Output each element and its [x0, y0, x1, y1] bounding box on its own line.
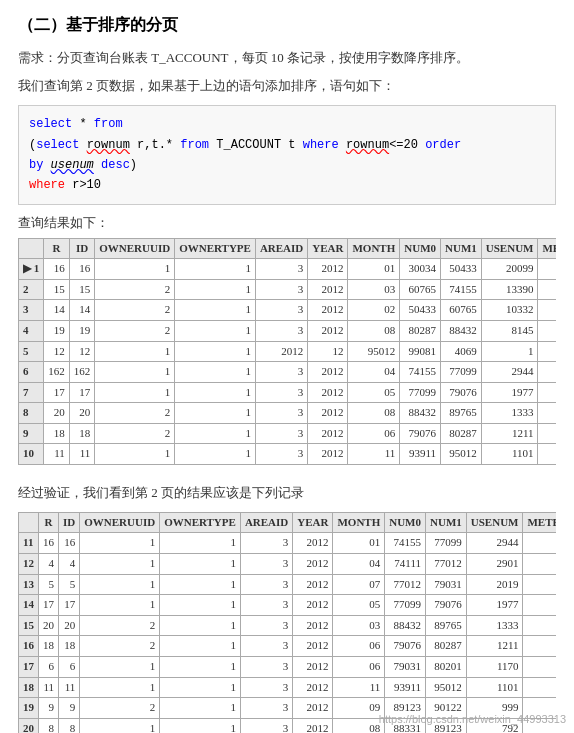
- table-cell: 8: [59, 718, 80, 733]
- table-cell: 1: [95, 362, 175, 383]
- col2-header-rownum: [19, 512, 39, 533]
- table-cell: 3: [240, 595, 292, 616]
- table-cell: 1: [160, 615, 241, 636]
- table-cell: 1101: [481, 444, 538, 465]
- table-cell: 1: [80, 718, 160, 733]
- table-cell: 16: [44, 259, 70, 280]
- col-header-rownum: [19, 238, 44, 259]
- table-cell: 1: [538, 362, 556, 383]
- table-cell: 1: [523, 677, 556, 698]
- table-cell: 2012: [293, 718, 333, 733]
- table-cell: 77099: [400, 382, 441, 403]
- table-cell: 20: [69, 403, 95, 424]
- table-cell: 9: [59, 698, 80, 719]
- table-cell: 2944: [481, 362, 538, 383]
- table-cell: 11: [39, 677, 59, 698]
- table-cell: 1: [175, 341, 256, 362]
- table-cell: 11: [348, 444, 400, 465]
- table-cell: 2: [19, 279, 44, 300]
- code-block-1: select * from (select rownum r,t.* from …: [18, 105, 556, 205]
- table-cell: 88432: [385, 615, 426, 636]
- table-cell: 1: [175, 300, 256, 321]
- table-cell: 1101: [466, 677, 523, 698]
- table-cell: 2: [80, 636, 160, 657]
- table-cell: 77099: [441, 362, 482, 383]
- table-cell: 2012: [308, 403, 348, 424]
- table-cell: 79076: [385, 636, 426, 657]
- table-cell: 74111: [385, 554, 426, 575]
- table-cell: 05: [348, 382, 400, 403]
- table-cell: 9: [19, 423, 44, 444]
- table-cell: 11: [69, 444, 95, 465]
- table-cell: 1: [538, 300, 556, 321]
- table-cell: 03: [333, 615, 385, 636]
- table-cell: 1: [160, 677, 241, 698]
- table-cell: 80287: [441, 423, 482, 444]
- table-cell: 15: [44, 279, 70, 300]
- table-cell: 1: [175, 362, 256, 383]
- table-cell: 2012: [308, 444, 348, 465]
- table-cell: 16: [39, 533, 59, 554]
- table-cell: 18: [19, 677, 39, 698]
- table-cell: 162: [69, 362, 95, 383]
- table-cell: 88432: [400, 403, 441, 424]
- col2-header-ownertype: OWNERTYPE: [160, 512, 241, 533]
- table-cell: 2012: [293, 574, 333, 595]
- table-cell: 20099: [481, 259, 538, 280]
- table-cell: 17: [59, 595, 80, 616]
- result-label-1: 查询结果如下：: [18, 213, 556, 234]
- table-cell: ▶ 1: [19, 259, 44, 280]
- col-header-owneruuid: OWNERUUID: [95, 238, 175, 259]
- table-cell: 1: [160, 657, 241, 678]
- table-cell: 15: [19, 615, 39, 636]
- col-header-r: R: [44, 238, 70, 259]
- table-row: 1766113201206790318020111701: [19, 657, 557, 678]
- table-cell: 18: [59, 636, 80, 657]
- table2-container: R ID OWNERUUID OWNERTYPE AREAID YEAR MON…: [18, 512, 556, 733]
- table-cell: 20: [59, 615, 80, 636]
- table-cell: 4069: [441, 341, 482, 362]
- table-row: 1355113201207770127903120191: [19, 574, 557, 595]
- table-cell: 1: [95, 341, 175, 362]
- table-cell: 01: [348, 259, 400, 280]
- table-cell: 6: [19, 362, 44, 383]
- table-row: 181111113201211939119501211011: [19, 677, 557, 698]
- table-cell: 79076: [426, 595, 467, 616]
- table-cell: 3: [255, 259, 307, 280]
- table-cell: 1: [538, 279, 556, 300]
- table-cell: 1: [481, 341, 538, 362]
- table-cell: 2: [80, 698, 160, 719]
- table-cell: 14: [69, 300, 95, 321]
- table-cell: 74155: [441, 279, 482, 300]
- col2-header-owneruuid: OWNERUUID: [80, 512, 160, 533]
- table-cell: 11: [59, 677, 80, 698]
- table-cell: 13390: [481, 279, 538, 300]
- table-cell: 3: [255, 403, 307, 424]
- table-cell: 74155: [385, 533, 426, 554]
- table-row: 111616113201201741557709929441: [19, 533, 557, 554]
- col-header-month: MONTH: [348, 238, 400, 259]
- col2-header-month: MONTH: [333, 512, 385, 533]
- table-cell: 1: [523, 554, 556, 575]
- table-cell: 11: [19, 533, 39, 554]
- table-cell: 14: [44, 300, 70, 321]
- table-cell: 08: [333, 718, 385, 733]
- table-cell: 08: [348, 403, 400, 424]
- table-cell: 1: [80, 595, 160, 616]
- result-table-2: R ID OWNERUUID OWNERTYPE AREAID YEAR MON…: [18, 512, 556, 733]
- table-cell: 3: [255, 320, 307, 341]
- table-cell: 3: [255, 362, 307, 383]
- table-cell: 1: [175, 444, 256, 465]
- table-cell: 1: [175, 403, 256, 424]
- table-cell: 7: [19, 382, 44, 403]
- table-cell: 1: [523, 657, 556, 678]
- table-cell: 04: [333, 554, 385, 575]
- table-row: 215152132012036076574155133901: [19, 279, 557, 300]
- table-cell: 2012: [293, 615, 333, 636]
- col-header-year: YEAR: [308, 238, 348, 259]
- table-cell: 1: [80, 677, 160, 698]
- table-cell: 5: [59, 574, 80, 595]
- table-cell: 02: [348, 300, 400, 321]
- table-row: 141717113201205770997907619771: [19, 595, 557, 616]
- table-cell: 1: [80, 574, 160, 595]
